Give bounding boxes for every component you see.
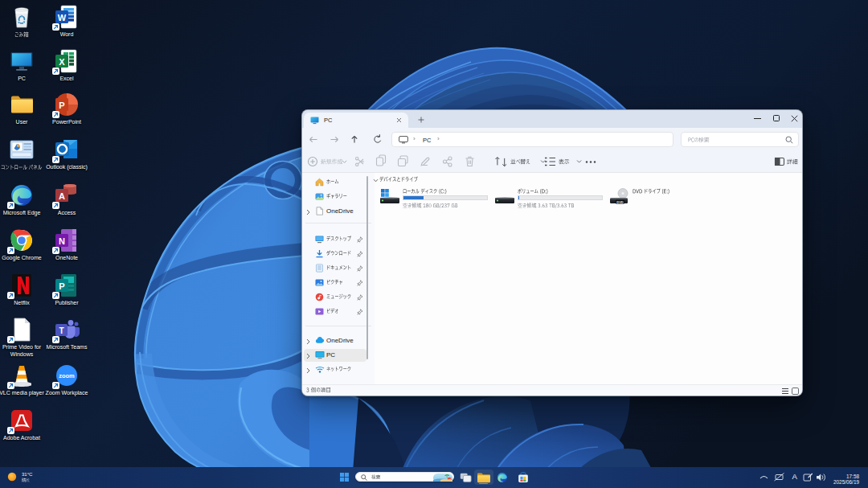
svg-text:A: A bbox=[59, 191, 65, 201]
svg-text:T: T bbox=[59, 326, 63, 335]
svg-text:P: P bbox=[59, 281, 64, 291]
svg-text:P: P bbox=[59, 100, 64, 110]
svg-text:X: X bbox=[59, 57, 65, 67]
svg-text:zoom: zoom bbox=[59, 372, 75, 379]
svg-text:W: W bbox=[58, 13, 67, 23]
svg-text:DVD: DVD bbox=[616, 200, 624, 204]
svg-text:N: N bbox=[59, 236, 65, 246]
